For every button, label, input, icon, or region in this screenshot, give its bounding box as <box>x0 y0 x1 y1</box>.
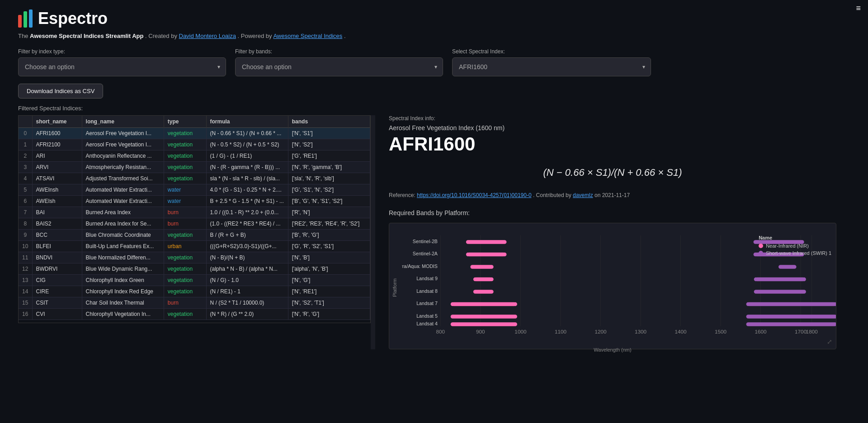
svg-point-46 <box>451 302 455 306</box>
cell-4-3: vegetation <box>164 173 206 184</box>
svg-rect-63 <box>756 277 804 281</box>
table-row[interactable]: 12BWDRVIBlue Wide Dynamic Rang...vegetat… <box>19 263 370 275</box>
table-row[interactable]: 6AWEIshAutomated Water Extracti...waterB… <box>19 196 370 207</box>
svg-text:Landsat 5: Landsat 5 <box>416 313 438 319</box>
cell-6-3: water <box>164 196 206 207</box>
cell-12-2: Blue Wide Dynamic Rang... <box>82 263 164 275</box>
cell-14-0: 14 <box>19 286 32 297</box>
cell-7-3: burn <box>164 207 206 218</box>
cell-16-0: 16 <box>19 309 32 320</box>
svg-rect-69 <box>748 302 835 306</box>
svg-text:Landsat 4: Landsat 4 <box>416 321 438 326</box>
legend-nir: Near-Infrared (NIR) <box>759 243 831 249</box>
hamburger-icon[interactable]: ≡ <box>856 4 861 13</box>
table-row[interactable]: 9BCCBlue Chromatic CoordinatevegetationB… <box>19 230 370 241</box>
table-row[interactable]: 2ARIAnthocyanin Reflectance ...vegetatio… <box>19 150 370 162</box>
cell-4-5: ['sla', 'N', 'R', 'slb'] <box>288 173 370 184</box>
svg-rect-66 <box>756 290 804 293</box>
col-bands: bands <box>288 116 370 128</box>
table-row[interactable]: 8BAIS2Burned Area Index for Se...burn(1.… <box>19 218 370 230</box>
table-row[interactable]: 4ATSAVIAdjusted Transformed Soi...vegeta… <box>19 173 370 184</box>
cell-9-4: B / (R + G + B) <box>206 230 288 241</box>
table-row[interactable]: 14CIREChlorophyll Index Red Edgevegetati… <box>19 286 370 297</box>
index-type-select[interactable]: Choose an option ▾ <box>18 57 226 76</box>
table-row[interactable]: 11BNDVIBlue Normalized Differen...vegeta… <box>19 252 370 263</box>
reference-link[interactable]: https://doi.org/10.1016/S0034-4257(01)00… <box>417 192 532 198</box>
table-row[interactable]: 16CVIChlorophyll Vegetation In...vegetat… <box>19 309 370 320</box>
cell-5-4: 4.0 * (G - S1) - 0.25 * N + 2.... <box>206 184 288 196</box>
table-row[interactable]: 0AFRI1600Aerosol Free Vegetation I...veg… <box>19 128 370 139</box>
svg-point-37 <box>470 265 474 268</box>
download-csv-button[interactable]: Download Indices as CSV <box>18 84 103 99</box>
cell-4-0: 4 <box>19 173 32 184</box>
table-row[interactable]: 1AFRI2100Aerosol Free Vegetation I...veg… <box>19 139 370 150</box>
cell-16-2: Chlorophyll Vegetation In... <box>82 309 164 320</box>
cell-16-4: (N * R) / (G ** 2.0) <box>206 309 288 320</box>
svg-point-50 <box>513 315 517 318</box>
cell-6-0: 6 <box>19 196 32 207</box>
svg-rect-45 <box>453 302 515 306</box>
table-row[interactable]: 13CIGChlorophyll Index Greenvegetation(N… <box>19 275 370 286</box>
contributor-link[interactable]: davemlz <box>573 192 593 198</box>
cell-5-5: ['G', 'S1', 'N', 'S2'] <box>288 184 370 196</box>
table-row[interactable]: 10BLFEIBuilt-Up Land Features Ex...urban… <box>19 241 370 252</box>
svg-point-35 <box>503 253 507 256</box>
cell-5-0: 5 <box>19 184 32 196</box>
filter-spectral-label: Select Spectral Index: <box>452 48 651 55</box>
col-short-name: short_name <box>32 116 82 128</box>
cell-10-5: ['G', 'R', 'S2', 'S1'] <box>288 241 370 252</box>
cell-15-3: burn <box>164 297 206 309</box>
table-row[interactable]: 7BAIBurned Area Indexburn1.0 / ((0.1 - R… <box>19 207 370 218</box>
svg-text:1400: 1400 <box>675 329 687 334</box>
chart-container: Platform <box>389 223 836 349</box>
svg-point-53 <box>513 322 517 326</box>
powered-link[interactable]: Awesome Spectral Indices <box>273 33 342 39</box>
cell-8-4: (1.0 - ((RE2 * RE3 * RE4) / ... <box>206 218 288 230</box>
filtered-label: Filtered Spectral Indices: <box>18 105 850 112</box>
resize-handle[interactable] <box>371 115 375 349</box>
cell-1-5: ['N', 'S2'] <box>288 139 370 150</box>
cell-7-5: ['R', 'N'] <box>288 207 370 218</box>
cell-1-4: (N - 0.5 * S2) / (N + 0.5 * S2) <box>206 139 288 150</box>
cell-15-0: 15 <box>19 297 32 309</box>
svg-point-62 <box>793 265 797 268</box>
expand-icon[interactable]: ⤢ <box>827 338 832 345</box>
legend-title: Name <box>759 235 831 240</box>
cell-2-1: ARI <box>32 150 82 162</box>
svg-point-61 <box>778 265 783 268</box>
svg-text:Sentinel-2B: Sentinel-2B <box>413 239 438 244</box>
svg-text:1300: 1300 <box>635 329 647 334</box>
nir-legend-label: Near-Infrared (NIR) <box>766 243 809 249</box>
cell-13-2: Chlorophyll Index Green <box>82 275 164 286</box>
svg-point-65 <box>802 277 806 281</box>
table-row[interactable]: 15CSITChar Soil Index ThermalburnN / (S2… <box>19 297 370 309</box>
cell-6-2: Automated Water Extracti... <box>82 196 164 207</box>
svg-point-43 <box>473 290 477 293</box>
bands-select[interactable]: Choose an option ▾ <box>235 57 443 76</box>
chart-y-label: Platform <box>389 230 400 345</box>
logo-area: Espectro <box>18 9 850 28</box>
cell-14-2: Chlorophyll Index Red Edge <box>82 286 164 297</box>
cell-13-1: CIG <box>32 275 82 286</box>
cell-8-1: BAIS2 <box>32 218 82 230</box>
svg-rect-30 <box>468 240 505 244</box>
creator-link[interactable]: David Montero Loaiza <box>179 33 236 39</box>
table-row[interactable]: 3ARVIAtmospherically Resistan...vegetati… <box>19 162 370 173</box>
spectral-select[interactable]: AFRI1600 ▾ <box>452 57 651 76</box>
cell-12-4: (alpha * N - B) / (alpha * N... <box>206 263 288 275</box>
top-bar: ≡ <box>849 0 868 17</box>
cell-6-4: B + 2.5 * G - 1.5 * (N + S1) - ... <box>206 196 288 207</box>
cell-1-2: Aerosol Free Vegetation I... <box>82 139 164 150</box>
filter-bands-label: Filter by bands: <box>235 48 443 55</box>
cell-5-1: AWEInsh <box>32 184 82 196</box>
cell-7-4: 1.0 / ((0.1 - R) ** 2.0 + (0.0... <box>206 207 288 218</box>
cell-15-5: ['N', 'S2', 'T1'] <box>288 297 370 309</box>
cell-9-1: BCC <box>32 230 82 241</box>
cell-2-2: Anthocyanin Reflectance ... <box>82 150 164 162</box>
spectral-indices-table[interactable]: short_name long_name type formula bands … <box>18 115 371 323</box>
cell-3-0: 3 <box>19 162 32 173</box>
cell-0-3: vegetation <box>164 128 206 139</box>
cell-0-0: 0 <box>19 128 32 139</box>
table-row[interactable]: 5AWEInshAutomated Water Extracti...water… <box>19 184 370 196</box>
legend-swir: Short-wave Infrared (SWIR) 1 <box>759 250 831 256</box>
